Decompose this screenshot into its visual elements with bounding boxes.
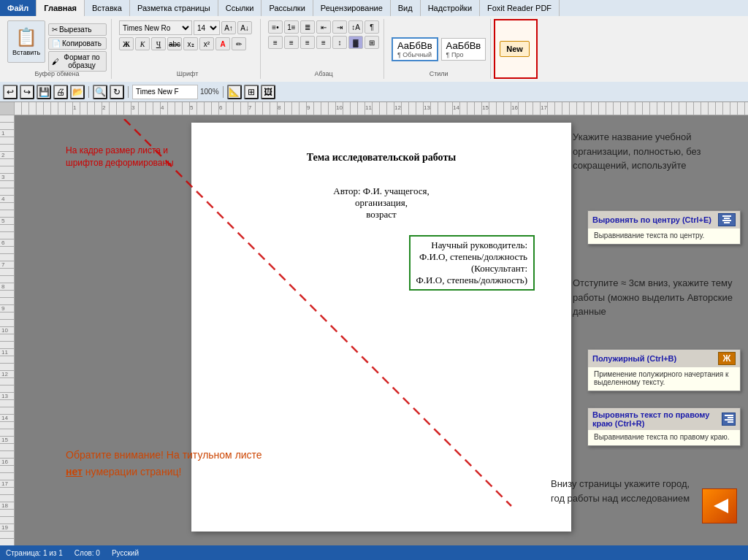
tab-references[interactable]: Ссылки — [218, 0, 262, 16]
tooltip-align-center-header: Выровнять по центру (Ctrl+E) — [588, 211, 740, 229]
redo-button[interactable]: ↪ — [20, 85, 34, 99]
ruler-mark-8: 8 — [278, 104, 280, 111]
style-heading[interactable]: АаБбВв ¶ Про — [441, 38, 486, 61]
text-color-button[interactable]: A — [215, 37, 230, 50]
cut-button[interactable]: ✂ Вырезать — [48, 23, 107, 36]
align-left-button[interactable]: ≡ — [268, 36, 283, 49]
vruler-mark-19: 19 — [1, 524, 8, 531]
font-selector-row: Times New Ro 14 A↑ A↓ — [119, 20, 252, 35]
tooltip-align-right: Выровнять текст по правому краю (Ctrl+R)… — [587, 407, 741, 446]
undo-button[interactable]: ↩ — [3, 85, 18, 99]
tab-view[interactable]: Вид — [391, 0, 421, 16]
bullets-button[interactable]: ≡• — [268, 20, 283, 34]
tab-foxit[interactable]: Foxit Reader PDF — [480, 0, 560, 16]
supervisor-line2: Ф.И.О, степень/должность — [416, 251, 527, 263]
paste-label: Вставить — [12, 49, 40, 56]
borders-button[interactable]: ⊞ — [365, 36, 379, 49]
open-button[interactable]: 📂 — [70, 85, 85, 99]
italic-button[interactable]: К — [135, 37, 150, 50]
copy-button[interactable]: 📄 Копировать — [48, 37, 107, 50]
align-center-button[interactable]: ≡ — [284, 36, 299, 49]
tab-layout[interactable]: Разметка страницы — [130, 0, 218, 16]
refresh-button[interactable]: ↻ — [110, 85, 124, 99]
table-button[interactable]: ⊞ — [244, 85, 259, 99]
ruler-mark-13: 13 — [424, 104, 430, 111]
highlight-button[interactable]: ✏ — [232, 37, 246, 50]
styles-group: АаБбВв ¶ Обычный АаБбВв ¶ Про Стили — [387, 19, 491, 79]
vruler-mark-7: 7 — [1, 261, 4, 268]
tab-addins[interactable]: Надстройки — [421, 0, 480, 16]
ribbon-main: 📋 Вставить ✂ Вырезать 📄 Копировать 🖌 Фор… — [0, 16, 748, 82]
tab-insert[interactable]: Вставка — [85, 0, 130, 16]
vruler-mark-16: 16 — [1, 459, 8, 465]
zoom-out-button[interactable]: 🔍 — [93, 85, 107, 99]
tab-file[interactable]: Файл — [0, 0, 37, 16]
align-right-icon — [722, 413, 736, 426]
consultant-line2: Ф.И.О, степень/должность) — [416, 275, 527, 286]
line-spacing-button[interactable]: ↕ — [332, 36, 347, 49]
clipboard-label: Буфер обмена — [3, 70, 111, 77]
layout-button[interactable]: 📐 — [227, 85, 242, 99]
vruler-mark-6: 6 — [1, 239, 4, 246]
ruler-mark-5: 5 — [190, 104, 193, 111]
paragraph-group: ≡• 1≡ ≣ ⇤ ⇥ ↕A ¶ ≡ ≡ ≡ ≡ ↕ ▓ ⊞ Абзац — [264, 19, 384, 79]
align-right-button[interactable]: ≡ — [300, 36, 315, 49]
ruler-horizontal: 1 2 3 4 5 6 7 8 9 10 11 12 13 14 15 16 1… — [15, 102, 748, 115]
justify-button[interactable]: ≡ — [316, 36, 331, 49]
annotation-city-year: Внизу страницы укажите город, год работы… — [551, 477, 697, 505]
underline-button[interactable]: Ч — [151, 37, 166, 50]
subscript-button[interactable]: x₂ — [183, 37, 198, 50]
page-info: Страница: 1 из 1 — [6, 549, 63, 557]
tab-review[interactable]: Рецензирование — [313, 0, 391, 16]
copy-icon: 📄 — [52, 39, 61, 47]
font-name-select[interactable]: Times New Ro — [119, 20, 192, 35]
ruler-mark-16: 16 — [511, 104, 518, 111]
increase-indent-button[interactable]: ⇥ — [332, 20, 347, 34]
format-painter-button[interactable]: 🖌 Формат по образцу — [48, 51, 107, 72]
left-ruler: 1 2 3 4 5 6 7 8 9 10 11 12 13 14 15 16 1… — [0, 115, 15, 545]
style-normal[interactable]: АаБбВв ¶ Обычный — [392, 37, 438, 61]
decrease-indent-button[interactable]: ⇤ — [316, 20, 331, 34]
new-button[interactable]: New — [500, 41, 530, 57]
ruler-mark-15: 15 — [482, 104, 489, 111]
vruler-mark-12: 12 — [1, 371, 8, 377]
style-heading-label: ¶ Про — [446, 51, 481, 58]
sort-button[interactable]: ↕A — [348, 20, 363, 34]
ruler-mark-7: 7 — [248, 104, 251, 111]
print-button[interactable]: 🖨 — [53, 85, 68, 99]
ruler-mark-6: 6 — [219, 104, 222, 111]
strikethrough-button[interactable]: аbc — [167, 37, 182, 50]
save-button[interactable]: 💾 — [37, 85, 51, 99]
ruler-mark-11: 11 — [365, 104, 372, 111]
picture-button[interactable]: 🖼 — [261, 85, 275, 99]
orange-back-button[interactable] — [702, 488, 737, 523]
tab-mailings[interactable]: Рассылки — [262, 0, 313, 16]
paste-button[interactable]: 📋 Вставить — [7, 20, 45, 63]
font-format-row: Ж К Ч аbc x₂ x² A ✏ — [119, 37, 246, 50]
paragraph-label: Абзац — [264, 70, 383, 77]
superscript-button[interactable]: x² — [199, 37, 214, 50]
annotation-numbering-text: нумерации страниц! — [83, 466, 181, 477]
bold-button[interactable]: Ж — [119, 37, 134, 50]
shading-button[interactable]: ▓ — [348, 36, 363, 49]
show-marks-button[interactable]: ¶ — [365, 20, 379, 34]
tab-home[interactable]: Главная — [37, 0, 85, 16]
tooltip-align-right-header: Выровнять текст по правому краю (Ctrl+R) — [588, 408, 740, 430]
ruler-mark-17: 17 — [541, 104, 547, 111]
annotation-no-text: нет — [66, 466, 83, 477]
styles-content: АаБбВв ¶ Обычный АаБбВв ¶ Про — [392, 20, 486, 77]
vruler-mark-3: 3 — [1, 174, 4, 180]
multilevel-button[interactable]: ≣ — [300, 20, 315, 34]
tooltip-bold-title: Полужирный (Ctrl+B) — [592, 354, 676, 363]
vruler-mark-5: 5 — [1, 218, 4, 224]
increase-font-button[interactable]: A↑ — [221, 21, 236, 34]
tooltip-align-center-label: Выровнять по центру (Ctrl+E) — [592, 215, 711, 224]
format-label: Формат по образцу — [61, 53, 103, 69]
vruler-mark-18: 18 — [1, 502, 8, 509]
font-size-select[interactable]: 14 — [194, 20, 220, 35]
decrease-font-button[interactable]: A↓ — [237, 21, 252, 34]
numbering-button[interactable]: 1≡ — [284, 20, 299, 34]
annotation-indent-text: Отступите ≈ 3см вниз, укажите тему работ… — [573, 277, 733, 317]
back-arrow-icon — [708, 494, 731, 518]
ruler-ticks: 1 2 3 4 5 6 7 8 9 10 11 12 13 14 15 16 1… — [15, 102, 748, 115]
